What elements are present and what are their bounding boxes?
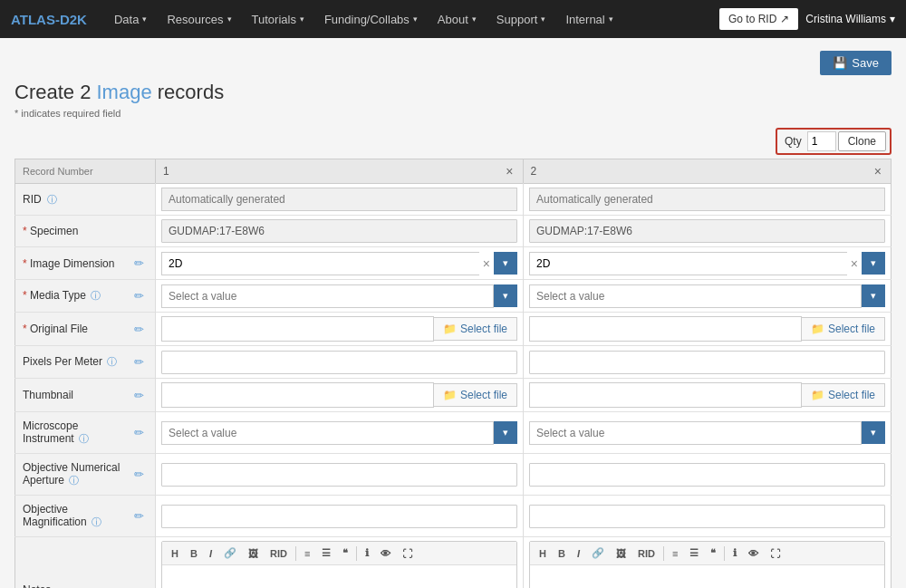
- nav-item-tutorials[interactable]: Tutorials ▾: [243, 4, 313, 35]
- thumbnail-select-button-record1[interactable]: 📁 Select file: [434, 383, 517, 407]
- image-dimension-clear-record1[interactable]: ×: [479, 256, 494, 271]
- notes-ordered-list-btn-r1[interactable]: ☰: [316, 545, 336, 562]
- media-type-info-icon[interactable]: ⓘ: [91, 290, 101, 301]
- image-dimension-input-record2[interactable]: [529, 252, 847, 275]
- media-type-input-record1[interactable]: [161, 284, 494, 308]
- notes-preview-btn-r2[interactable]: 👁: [743, 545, 764, 562]
- objective-magnification-edit-button[interactable]: ✏: [130, 507, 148, 525]
- media-type-edit-button[interactable]: ✏: [130, 287, 148, 304]
- original-file-row: * Original File ✏ 📁 Select file: [15, 313, 892, 346]
- nav-item-internal[interactable]: Internal ▾: [556, 4, 622, 35]
- folder-icon: 📁: [811, 389, 824, 401]
- image-dimension-clear-record2[interactable]: ×: [847, 256, 862, 271]
- objective-magnification-input-record2[interactable]: [529, 505, 885, 528]
- media-type-dropdown-record1[interactable]: ▾: [494, 284, 517, 307]
- media-type-dropdown-record2[interactable]: ▾: [862, 284, 885, 307]
- notes-edit-button[interactable]: ✏: [130, 582, 148, 589]
- microscope-instrument-dropdown-record2[interactable]: ▾: [862, 421, 885, 444]
- user-menu[interactable]: Cristina Williams ▾: [805, 13, 895, 25]
- go-to-rid-label: Go to RID: [728, 13, 776, 25]
- thumbnail-edit-button[interactable]: ✏: [130, 387, 148, 404]
- notes-list-btn-r2[interactable]: ≡: [667, 545, 683, 562]
- notes-info-btn-r2[interactable]: ℹ: [728, 545, 742, 562]
- objective-magnification-input-record1[interactable]: [161, 505, 517, 528]
- nav-item-resources[interactable]: Resources ▾: [158, 4, 240, 35]
- microscope-instrument-edit-button[interactable]: ✏: [130, 424, 148, 441]
- notes-editor-record1: H B I 🔗 🖼 RID ≡ ☰ ❝ ℹ 👁 ⛶: [161, 541, 517, 588]
- rid-input-record2: [529, 188, 885, 211]
- record2-close-button[interactable]: ×: [872, 165, 883, 178]
- nav-item-data[interactable]: Data ▾: [105, 4, 156, 35]
- notes-bold-btn-r1[interactable]: B: [185, 545, 203, 562]
- notes-italic-btn-r1[interactable]: I: [204, 545, 217, 562]
- notes-fullscreen-btn-r1[interactable]: ⛶: [397, 545, 418, 562]
- rid-info-icon[interactable]: ⓘ: [47, 193, 57, 207]
- external-link-icon: ↗: [780, 13, 789, 25]
- notes-rid-btn-r2[interactable]: RID: [632, 545, 660, 562]
- notes-image-btn-r1[interactable]: 🖼: [243, 545, 264, 562]
- save-button[interactable]: 💾 Save: [820, 51, 892, 75]
- objective-numerical-aperture-input-record2[interactable]: [529, 463, 885, 487]
- objective-magnification-row: Objective Magnification ⓘ ✏: [15, 496, 892, 537]
- notes-fullscreen-btn-r2[interactable]: ⛶: [765, 545, 786, 562]
- notes-list-btn-r1[interactable]: ≡: [299, 545, 315, 562]
- notes-bold-btn-r2[interactable]: B: [553, 545, 571, 562]
- pixels-per-meter-field-record1: [156, 346, 524, 379]
- nav-label-tutorials: Tutorials: [252, 13, 296, 26]
- pixels-per-meter-edit-button[interactable]: ✏: [130, 353, 148, 371]
- notes-content-record2[interactable]: [530, 565, 884, 588]
- pixels-per-meter-info-icon[interactable]: ⓘ: [107, 356, 117, 367]
- specimen-input-record2[interactable]: [529, 219, 885, 243]
- image-dimension-input-record1[interactable]: [161, 252, 479, 275]
- image-dimension-label: Image Dimension: [30, 257, 114, 270]
- notes-italic-btn-r2[interactable]: I: [572, 545, 585, 562]
- image-dimension-field-record1: × ▾: [156, 247, 524, 280]
- pixels-per-meter-input-record1[interactable]: [161, 351, 517, 374]
- microscope-instrument-info-icon[interactable]: ⓘ: [79, 433, 89, 444]
- objective-magnification-info-icon[interactable]: ⓘ: [92, 516, 101, 527]
- objective-magnification-field-record2: [524, 496, 892, 537]
- media-type-input-record2[interactable]: [529, 284, 862, 308]
- objective-magnification-field-record1: [156, 496, 524, 537]
- record1-close-button[interactable]: ×: [504, 165, 515, 178]
- nav-item-funding[interactable]: Funding/Collabs ▾: [315, 4, 427, 35]
- image-dimension-dropdown-record2[interactable]: ▾: [862, 252, 885, 275]
- go-to-rid-button[interactable]: Go to RID ↗: [719, 8, 798, 30]
- notes-quote-btn-r1[interactable]: ❝: [337, 545, 353, 562]
- notes-ordered-list-btn-r2[interactable]: ☰: [684, 545, 704, 562]
- clone-button[interactable]: Clone: [838, 131, 886, 151]
- notes-preview-btn-r1[interactable]: 👁: [375, 545, 396, 562]
- thumbnail-select-button-record2[interactable]: 📁 Select file: [802, 383, 885, 407]
- original-file-select-button-record2[interactable]: 📁 Select file: [802, 317, 885, 341]
- notes-content-record1[interactable]: [162, 565, 516, 588]
- image-dimension-dropdown-record1[interactable]: ▾: [494, 252, 517, 275]
- objective-numerical-aperture-info-icon[interactable]: ⓘ: [69, 475, 79, 486]
- microscope-instrument-dropdown-record1[interactable]: ▾: [494, 421, 517, 444]
- original-file-edit-button[interactable]: ✏: [130, 321, 148, 338]
- notes-link-btn-r2[interactable]: 🔗: [586, 545, 610, 562]
- notes-image-btn-r2[interactable]: 🖼: [611, 545, 631, 562]
- microscope-instrument-input-record1[interactable]: [161, 421, 494, 445]
- title-suffix: records: [152, 81, 224, 103]
- objective-numerical-aperture-input-record1[interactable]: [161, 463, 517, 487]
- qty-input[interactable]: [807, 131, 836, 151]
- image-dimension-label-cell: * Image Dimension ✏: [15, 247, 156, 280]
- microscope-instrument-input-record2[interactable]: [529, 421, 862, 445]
- nav-item-support[interactable]: Support ▾: [487, 4, 555, 35]
- nav-item-about[interactable]: About ▾: [429, 4, 486, 35]
- original-file-select-button-record1[interactable]: 📁 Select file: [434, 317, 517, 341]
- notes-rid-btn-r1[interactable]: RID: [265, 545, 293, 562]
- pixels-per-meter-input-record2[interactable]: [529, 351, 885, 374]
- notes-heading-btn-r2[interactable]: H: [534, 545, 552, 562]
- objective-numerical-aperture-edit-button[interactable]: ✏: [130, 466, 148, 483]
- nav-label-support: Support: [496, 13, 538, 26]
- notes-heading-btn-r1[interactable]: H: [166, 545, 184, 562]
- folder-icon: 📁: [443, 389, 457, 401]
- notes-link-btn-r1[interactable]: 🔗: [218, 545, 242, 562]
- page-container: 💾 Save Create 2 Image records * indicate…: [0, 38, 906, 588]
- image-dimension-edit-button[interactable]: ✏: [130, 255, 148, 272]
- notes-info-btn-r1[interactable]: ℹ: [360, 545, 374, 562]
- objective-numerical-aperture-field-record1: [156, 454, 524, 496]
- specimen-input-record1[interactable]: [161, 219, 517, 243]
- notes-quote-btn-r2[interactable]: ❝: [705, 545, 721, 562]
